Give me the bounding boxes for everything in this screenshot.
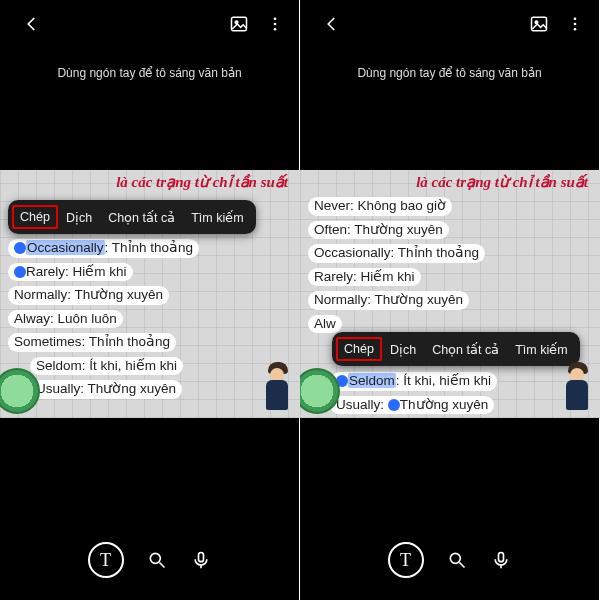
svg-rect-16 bbox=[498, 553, 503, 562]
list-item: Usually: Thường xuyên bbox=[30, 380, 182, 399]
context-translate[interactable]: Dịch bbox=[382, 342, 424, 357]
svg-point-4 bbox=[274, 28, 277, 31]
list-item: Sometimes: Thỉnh thoảng bbox=[8, 333, 176, 352]
gallery-icon[interactable] bbox=[525, 10, 553, 38]
left-screenshot: Dùng ngón tay để tô sáng văn bản là các … bbox=[0, 0, 300, 600]
list-item: Often: Thường xuyên bbox=[308, 221, 449, 240]
back-icon[interactable] bbox=[318, 10, 346, 38]
captured-image: là các trạng từ chỉ tần suất Never: Khôn… bbox=[300, 170, 600, 418]
more-icon[interactable] bbox=[261, 10, 289, 38]
bottom-toolbar: T bbox=[300, 542, 599, 578]
list-item: Alw bbox=[308, 315, 342, 334]
list-item: Rarely: Hiếm khi bbox=[8, 263, 133, 282]
text-mode-button[interactable]: T bbox=[388, 542, 424, 578]
captured-image: là các trạng từ chỉ tần suất Occasionall… bbox=[0, 170, 300, 418]
context-translate[interactable]: Dịch bbox=[58, 210, 100, 225]
list-item: Normally: Thường xuyên bbox=[308, 291, 469, 310]
top-bar bbox=[0, 0, 299, 48]
text-mode-button[interactable]: T bbox=[88, 542, 124, 578]
hint-text: Dùng ngón tay để tô sáng văn bản bbox=[300, 66, 599, 80]
context-menu: Chép Dịch Chọn tất cả Tìm kiếm bbox=[332, 332, 580, 366]
cursive-title: là các trạng từ chỉ tần suất bbox=[416, 173, 588, 191]
context-copy[interactable]: Chép bbox=[12, 205, 58, 229]
list-item: Normally: Thường xuyên bbox=[8, 286, 169, 305]
right-screenshot: Dùng ngón tay để tô sáng văn bản là các … bbox=[300, 0, 600, 600]
svg-point-12 bbox=[574, 23, 577, 26]
mic-icon[interactable] bbox=[190, 549, 212, 571]
list-item: Usually: Thường xuyên bbox=[330, 396, 494, 415]
bottom-toolbar: T bbox=[0, 542, 299, 578]
person-illustration bbox=[258, 354, 298, 410]
svg-line-6 bbox=[159, 563, 164, 568]
hint-text: Dùng ngón tay để tô sáng văn bản bbox=[0, 66, 299, 80]
svg-point-11 bbox=[574, 17, 577, 20]
svg-line-15 bbox=[459, 563, 464, 568]
list-item: Rarely: Hiếm khi bbox=[308, 268, 421, 287]
svg-rect-7 bbox=[198, 553, 203, 562]
mic-icon[interactable] bbox=[490, 549, 512, 571]
list-item: Occasionally: Thỉnh thoảng bbox=[8, 239, 199, 258]
list-item: Seldom: Ít khi, hiếm khi bbox=[330, 372, 497, 391]
person-illustration bbox=[558, 354, 598, 410]
list-item: Occasionally: Thỉnh thoảng bbox=[308, 244, 485, 263]
list-item: Never: Không bao giờ bbox=[308, 197, 452, 216]
svg-point-14 bbox=[450, 553, 460, 563]
back-icon[interactable] bbox=[18, 10, 46, 38]
context-search[interactable]: Tìm kiếm bbox=[183, 210, 251, 225]
context-select-all[interactable]: Chọn tất cả bbox=[100, 210, 183, 225]
list-item: Alway: Luôn luôn bbox=[8, 310, 123, 329]
list-item: Seldom: Ít khi, hiếm khi bbox=[30, 357, 183, 376]
svg-point-5 bbox=[150, 553, 160, 563]
svg-point-3 bbox=[274, 23, 277, 26]
svg-rect-0 bbox=[232, 17, 247, 30]
search-icon[interactable] bbox=[446, 549, 468, 571]
top-bar bbox=[300, 0, 599, 48]
context-select-all[interactable]: Chọn tất cả bbox=[424, 342, 507, 357]
context-copy[interactable]: Chép bbox=[336, 337, 382, 361]
context-menu: Chép Dịch Chọn tất cả Tìm kiếm bbox=[8, 200, 256, 234]
more-icon[interactable] bbox=[561, 10, 589, 38]
svg-point-2 bbox=[274, 17, 277, 20]
search-icon[interactable] bbox=[146, 549, 168, 571]
gallery-icon[interactable] bbox=[225, 10, 253, 38]
svg-rect-9 bbox=[532, 17, 547, 30]
cursive-title: là các trạng từ chỉ tần suất bbox=[116, 173, 288, 191]
svg-point-13 bbox=[574, 28, 577, 31]
